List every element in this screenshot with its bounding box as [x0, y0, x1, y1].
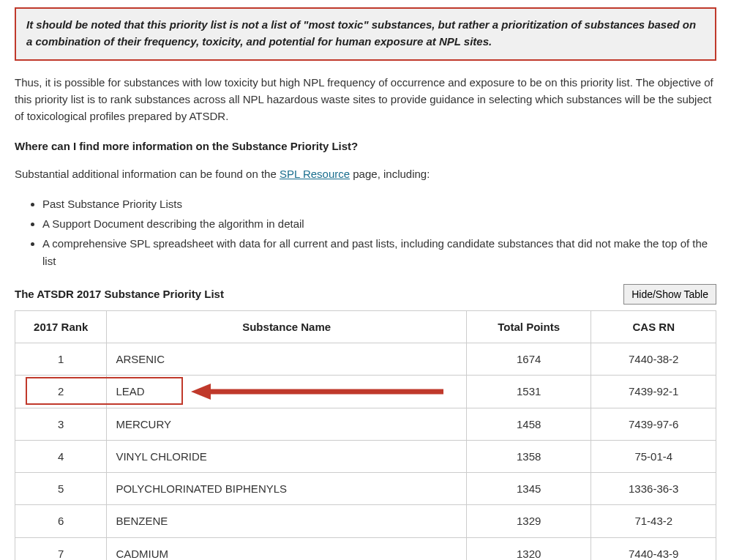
cell-name: MERCURY	[107, 408, 467, 440]
hide-show-table-button[interactable]: Hide/Show Table	[623, 284, 716, 305]
resource-list: Past Substance Priority Lists A Support …	[29, 195, 716, 269]
cell-points: 1458	[466, 408, 591, 440]
cell-points: 1320	[466, 537, 591, 560]
cell-points: 1329	[466, 505, 591, 537]
cell-cas: 7440-43-9	[591, 537, 716, 560]
table-title: The ATSDR 2017 Substance Priority List	[15, 285, 224, 302]
cell-rank: 3	[15, 408, 107, 440]
table-wrapper: 2017 Rank Substance Name Total Points CA…	[15, 310, 716, 560]
cell-points: 1674	[466, 343, 591, 376]
cell-cas: 75-01-4	[591, 440, 716, 472]
cell-cas: 1336-36-3	[591, 473, 716, 505]
intro-paragraph: Thus, it is possible for substances with…	[15, 74, 716, 125]
cell-cas: 7440-38-2	[591, 343, 716, 376]
col-header-name: Substance Name	[107, 310, 467, 343]
list-item: Past Substance Priority Lists	[42, 195, 716, 212]
table-header-row: 2017 Rank Substance Name Total Points CA…	[15, 310, 716, 343]
spl-resource-link[interactable]: SPL Resource	[280, 168, 350, 180]
callout-text: It should be noted that this priority li…	[26, 18, 696, 48]
priority-note-callout: It should be noted that this priority li…	[15, 7, 716, 61]
table-row: 4VINYL CHLORIDE135875-01-4	[15, 440, 716, 472]
table-row: 7CADMIUM13207440-43-9	[15, 537, 716, 560]
cell-rank: 5	[15, 473, 107, 505]
cell-rank: 4	[15, 440, 107, 472]
table-header-bar: The ATSDR 2017 Substance Priority List H…	[15, 284, 716, 305]
table-row: 3MERCURY14587439-97-6	[15, 408, 716, 440]
cell-cas: 7439-92-1	[591, 376, 716, 408]
cell-name: BENZENE	[107, 505, 467, 537]
list-item: A comprehensive SPL spreadsheet with dat…	[42, 235, 716, 269]
resource-paragraph: Substantial additional information can b…	[15, 165, 716, 182]
cell-cas: 71-43-2	[591, 505, 716, 537]
cell-rank: 7	[15, 537, 107, 560]
cell-rank: 2	[15, 376, 107, 408]
cell-name: LEAD	[107, 376, 467, 408]
cell-cas: 7439-97-6	[591, 408, 716, 440]
table-row: 5POLYCHLORINATED BIPHENYLS13451336-36-3	[15, 473, 716, 505]
cell-name: POLYCHLORINATED BIPHENYLS	[107, 473, 467, 505]
cell-rank: 6	[15, 505, 107, 537]
col-header-points: Total Points	[466, 310, 591, 343]
cell-name: CADMIUM	[107, 537, 467, 560]
cell-points: 1358	[466, 440, 591, 472]
cell-rank: 1	[15, 343, 107, 376]
col-header-cas: CAS RN	[591, 310, 716, 343]
table-row: 1ARSENIC16747440-38-2	[15, 343, 716, 376]
cell-name: VINYL CHLORIDE	[107, 440, 467, 472]
cell-name: ARSENIC	[107, 343, 467, 376]
substance-priority-table: 2017 Rank Substance Name Total Points CA…	[15, 310, 716, 560]
resource-pre: Substantial additional information can b…	[15, 168, 280, 180]
list-item: A Support Document describing the algori…	[42, 215, 716, 232]
cell-points: 1345	[466, 473, 591, 505]
cell-points: 1531	[466, 376, 591, 408]
resource-post: page, including:	[350, 168, 430, 180]
table-row: 6BENZENE132971-43-2	[15, 505, 716, 537]
table-row: 2LEAD15317439-92-1	[15, 376, 716, 408]
more-info-heading: Where can I find more information on the…	[15, 138, 716, 154]
col-header-rank: 2017 Rank	[15, 310, 107, 343]
